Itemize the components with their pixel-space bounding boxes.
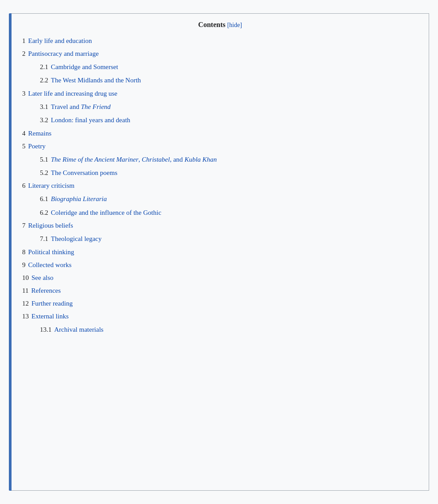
toc-item-number: 11 xyxy=(22,287,28,294)
toc-item: 6.1Biographia Literaria xyxy=(22,193,418,205)
toc-item-link[interactable]: Travel and The Friend xyxy=(51,103,111,110)
toc-item: 12Further reading xyxy=(22,298,418,310)
toc-item: 6Literary criticism xyxy=(22,180,418,192)
toc-item: 9Collected works xyxy=(22,259,418,271)
toc-item-link[interactable]: London: final years and death xyxy=(51,116,130,124)
toc-item: 1Early life and education xyxy=(22,35,418,47)
toc-item-number: 5 xyxy=(22,143,26,150)
toc-item: 13External links xyxy=(22,310,418,322)
toc-item: 3Later life and increasing drug use xyxy=(22,88,418,100)
toc-item: 11References xyxy=(22,285,418,297)
toc-item-link[interactable]: Later life and increasing drug use xyxy=(28,90,117,97)
toc-container: Contents [hide] 1Early life and educatio… xyxy=(12,13,429,491)
toc-item: 3.1Travel and The Friend xyxy=(22,101,418,113)
toc-item: 10See also xyxy=(22,272,418,284)
toc-item-number: 6.1 xyxy=(40,195,48,202)
toc-list: 1Early life and education2Pantisocracy a… xyxy=(22,35,418,336)
toc-item-link[interactable]: Collected works xyxy=(28,261,72,268)
toc-item-number: 3 xyxy=(22,90,26,97)
toc-item: 3.2London: final years and death xyxy=(22,114,418,126)
toc-item-number: 3.1 xyxy=(40,103,48,110)
toc-item-link[interactable]: Early life and education xyxy=(28,37,92,44)
toc-title: Contents xyxy=(198,21,225,28)
toc-item-link[interactable]: Poetry xyxy=(28,143,46,150)
toc-item-link[interactable]: External links xyxy=(31,313,69,320)
toc-item-link[interactable]: Cambridge and Somerset xyxy=(51,63,118,70)
toc-item-number: 9 xyxy=(22,261,26,268)
toc-item-link[interactable]: Political thinking xyxy=(28,248,74,256)
toc-item-number: 7 xyxy=(22,222,26,229)
toc-item-link[interactable]: Further reading xyxy=(31,300,73,307)
toc-item-number: 13 xyxy=(22,313,29,320)
page-wrapper: Contents [hide] 1Early life and educatio… xyxy=(9,9,429,495)
toc-item: 2.1Cambridge and Somerset xyxy=(22,61,418,73)
toc-item-link[interactable]: References xyxy=(31,287,61,294)
toc-item-link[interactable]: The Conversation poems xyxy=(51,169,117,176)
toc-item-number: 7.1 xyxy=(40,235,48,242)
toc-item: 8Political thinking xyxy=(22,246,418,258)
toc-item-number: 12 xyxy=(22,300,29,307)
toc-item-link[interactable]: Archival materials xyxy=(54,326,103,333)
toc-item: 7.1Theological legacy xyxy=(22,233,418,245)
toc-item-link[interactable]: Literary criticism xyxy=(28,182,75,189)
toc-item-number: 5.2 xyxy=(40,169,48,176)
toc-item: 5.2The Conversation poems xyxy=(22,167,418,179)
toc-item-number: 1 xyxy=(22,37,26,44)
toc-item-link[interactable]: The Rime of the Ancient Mariner, Christa… xyxy=(51,156,217,163)
toc-item-link[interactable]: Biographia Literaria xyxy=(51,195,107,202)
toc-item: 5Poetry xyxy=(22,140,418,152)
toc-item-number: 13.1 xyxy=(40,326,51,333)
toc-item: 4Remains xyxy=(22,128,418,140)
toc-item-link[interactable]: The West Midlands and the North xyxy=(51,77,141,84)
toc-item-link[interactable]: Coleridge and the influence of the Gothi… xyxy=(51,209,161,216)
toc-item-link[interactable]: Remains xyxy=(28,130,52,137)
toc-item: 2Pantisocracy and marriage xyxy=(22,48,418,60)
toc-item: 7Religious beliefs xyxy=(22,220,418,232)
toc-item-link[interactable]: Theological legacy xyxy=(51,235,102,242)
toc-item: 5.1The Rime of the Ancient Mariner, Chri… xyxy=(22,153,418,166)
toc-item-number: 2 xyxy=(22,50,26,57)
toc-item: 2.2The West Midlands and the North xyxy=(22,74,418,86)
toc-item-link[interactable]: Pantisocracy and marriage xyxy=(28,50,99,57)
toc-item-number: 2.2 xyxy=(40,77,48,84)
toc-header: Contents [hide] xyxy=(22,21,418,29)
toc-item-number: 4 xyxy=(22,130,26,137)
toc-item: 6.2Coleridge and the influence of the Go… xyxy=(22,206,418,219)
toc-item-number: 8 xyxy=(22,248,26,256)
toc-hide-link[interactable]: [hide] xyxy=(227,22,242,28)
toc-item-number: 2.1 xyxy=(40,63,48,70)
toc-item-number: 6 xyxy=(22,182,26,189)
toc-item-number: 3.2 xyxy=(40,116,48,124)
toc-item-number: 5.1 xyxy=(40,156,48,163)
toc-item-number: 6.2 xyxy=(40,209,48,216)
toc-item-number: 10 xyxy=(22,274,29,281)
toc-item-link[interactable]: See also xyxy=(31,274,54,281)
toc-item-link[interactable]: Religious beliefs xyxy=(28,222,73,229)
toc-item: 13.1Archival materials xyxy=(22,323,418,336)
